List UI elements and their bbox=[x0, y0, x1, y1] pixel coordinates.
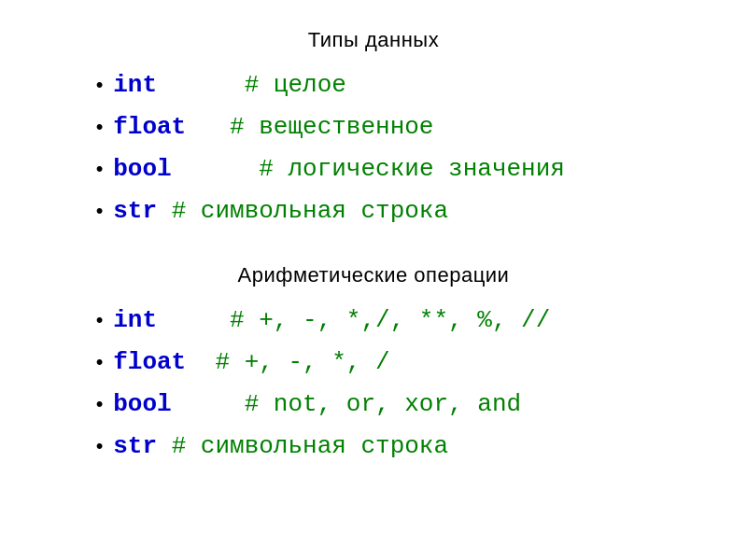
comment: # логические значения bbox=[172, 151, 565, 188]
comment: # +, -, *, / bbox=[186, 344, 389, 381]
bullet: • bbox=[93, 155, 106, 186]
spacing bbox=[172, 155, 260, 183]
list-item: • bool # логические значения bbox=[93, 151, 710, 188]
spacing bbox=[186, 348, 215, 376]
keyword-bool: bool bbox=[113, 151, 171, 188]
spacing bbox=[157, 432, 172, 460]
list-item: • str # символьная строка bbox=[93, 193, 710, 230]
spacing bbox=[157, 306, 230, 334]
list-item: • float # вещественное bbox=[93, 109, 710, 146]
bullet: • bbox=[93, 113, 106, 144]
section2-list: • int # +, -, *,/, **, %, // • float # +… bbox=[37, 302, 710, 470]
spacing bbox=[172, 390, 245, 418]
section1-title: Типы данных bbox=[308, 28, 439, 52]
comment: # символьная строка bbox=[157, 428, 448, 465]
comment: # целое bbox=[157, 67, 346, 104]
bullet: • bbox=[93, 306, 106, 337]
list-item: • float # +, -, *, / bbox=[93, 344, 710, 381]
comment: # вещественное bbox=[186, 109, 433, 146]
comment: # not, or, xor, and bbox=[172, 386, 521, 423]
bullet: • bbox=[93, 390, 106, 421]
list-item: • int # целое bbox=[93, 67, 710, 104]
spacing bbox=[157, 71, 245, 99]
keyword-str: str bbox=[113, 193, 157, 230]
bullet: • bbox=[93, 432, 106, 463]
comment: # +, -, *,/, **, %, // bbox=[157, 302, 550, 339]
list-item: • bool # not, or, xor, and bbox=[93, 386, 710, 423]
keyword-float: float bbox=[113, 109, 186, 146]
list-item: • int # +, -, *,/, **, %, // bbox=[93, 302, 710, 339]
keyword-int2: int bbox=[113, 302, 157, 339]
bullet: • bbox=[93, 197, 106, 228]
keyword-float2: float bbox=[113, 344, 186, 381]
comment: # символьная строка bbox=[157, 193, 448, 230]
spacing bbox=[157, 197, 172, 225]
bullet: • bbox=[93, 71, 106, 102]
keyword-str2: str bbox=[113, 428, 157, 465]
list-item: • str # символьная строка bbox=[93, 428, 710, 465]
section1-list: • int # целое • float # вещественное • b… bbox=[37, 67, 710, 235]
spacing bbox=[186, 113, 230, 141]
keyword-int: int bbox=[113, 67, 157, 104]
keyword-bool2: bool bbox=[113, 386, 171, 423]
section2-title: Арифметические операции bbox=[238, 263, 510, 287]
bullet: • bbox=[93, 348, 106, 379]
